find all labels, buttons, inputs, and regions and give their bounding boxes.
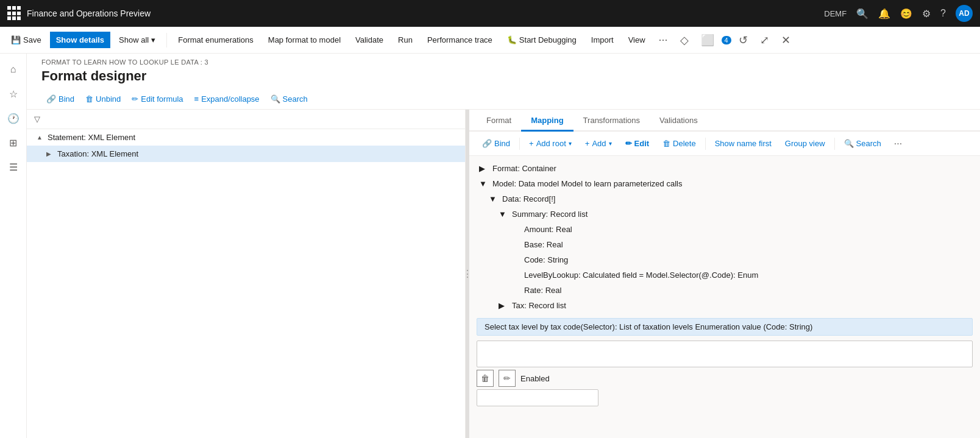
breadcrumb: FORMAT TO LEARN HOW TO LOOKUP LE DATA : … <box>41 58 965 66</box>
avatar[interactable]: AD <box>956 5 973 22</box>
expand-icon: ≡ <box>194 94 199 104</box>
enabled-input[interactable] <box>477 389 598 406</box>
mapping-toolbar: 🔗 Bind + Add root ▾ + Add ▾ <box>469 132 980 156</box>
model-tree-levelbylookup[interactable]: LevelByLookup: Calculated field = Model.… <box>469 267 980 283</box>
format-enumerations-button[interactable]: Format enumerations <box>172 32 260 48</box>
view-button[interactable]: View <box>622 32 652 48</box>
model-tree-rate[interactable]: Rate: Real <box>469 283 980 298</box>
bind-icon: 🔗 <box>46 94 56 104</box>
start-debugging-button[interactable]: 🐛 Start Debugging <box>501 32 583 48</box>
tree-item-label-statement: Statement: XML Element <box>48 133 135 142</box>
tab-mapping[interactable]: Mapping <box>521 110 573 132</box>
expand-data: ▼ <box>489 194 499 203</box>
nav-grid[interactable]: ⊞ <box>2 132 24 154</box>
search-button-right[interactable]: 🔍 Search <box>839 135 887 152</box>
nav-star[interactable]: ☆ <box>2 83 24 105</box>
bind-button[interactable]: 🔗 Bind <box>41 91 79 107</box>
model-tree-summary[interactable]: ▼ Summary: Record list <box>469 207 980 222</box>
model-tree-base[interactable]: Base: Real <box>469 237 980 252</box>
model-tree-model[interactable]: ▼ Model: Data model Model to learn param… <box>469 176 980 191</box>
tree-item-label-taxation: Taxation: XML Element <box>57 149 138 158</box>
nav-clock[interactable]: 🕐 <box>2 107 24 129</box>
model-tree-code[interactable]: Code: String <box>469 252 980 267</box>
add-icon: + <box>585 139 590 148</box>
diamond-icon[interactable]: ◇ <box>675 31 694 49</box>
add-root-button[interactable]: + Add root ▾ <box>524 135 577 152</box>
title-bar: Finance and Operations Preview DEMF 🔍 🔔 … <box>0 0 980 27</box>
map-sep-2 <box>705 138 706 150</box>
title-bar-right: DEMF 🔍 🔔 😊 ⚙ ? AD <box>824 5 973 22</box>
delete-icon: 🗑 <box>662 139 670 148</box>
model-tree-amount[interactable]: Amount: Real <box>469 222 980 237</box>
selected-mapping-text: Select tax level by tax code(Selector): … <box>485 322 812 331</box>
search-icon: 🔍 <box>271 94 280 104</box>
model-tree-data[interactable]: ▼ Data: Record[!] <box>469 191 980 207</box>
show-details-button[interactable]: Show details <box>50 32 110 48</box>
selected-mapping-item[interactable]: Select tax level by tax code(Selector): … <box>477 318 973 336</box>
expand-icon[interactable]: ⤢ <box>755 31 774 49</box>
close-icon[interactable]: ✕ <box>776 31 795 49</box>
map-sep-1 <box>519 138 520 150</box>
formula-bar[interactable] <box>477 341 973 367</box>
nav-list[interactable]: ☰ <box>2 156 24 178</box>
tree-item-taxation[interactable]: ▶ Taxation: XML Element <box>27 146 465 162</box>
edit-icon: ✏ <box>132 94 138 104</box>
mapping-content: ▶ Format: Container ▼ Model: Data model … <box>469 156 980 438</box>
add-button[interactable]: + Add ▾ <box>580 135 617 152</box>
page-title: Format designer <box>41 68 965 84</box>
separator-1 <box>166 33 167 48</box>
filter-bar: ▽ <box>27 110 465 129</box>
edit-enabled-button[interactable]: ✏ <box>499 370 516 387</box>
page-header: FORMAT TO LEARN HOW TO LOOKUP LE DATA : … <box>27 54 980 110</box>
left-toolbar: 🔗 Bind 🗑 Unbind ✏ Edit formula ≡ Expand/… <box>41 89 965 109</box>
map-bind-button[interactable]: 🔗 Bind <box>477 135 516 152</box>
map-format-to-model-button[interactable]: Map format to model <box>262 32 347 48</box>
search-icon[interactable]: 🔍 <box>856 8 868 19</box>
group-view-button[interactable]: Group view <box>779 135 831 152</box>
validate-button[interactable]: Validate <box>349 32 389 48</box>
settings-icon[interactable]: ⚙ <box>922 8 931 19</box>
refresh-icon[interactable]: ↺ <box>734 31 753 49</box>
environment-label: DEMF <box>824 9 847 18</box>
run-button[interactable]: Run <box>392 32 419 48</box>
delete-button[interactable]: 🗑 Delete <box>657 135 701 152</box>
tab-transformations[interactable]: Transformations <box>573 110 650 132</box>
more-mapping-options[interactable]: ··· <box>889 136 907 152</box>
enabled-label: Enabled <box>520 374 550 383</box>
edit-pencil-icon: ✏ <box>625 139 632 148</box>
tabs-row: Format Mapping Transformations Validatio… <box>469 110 980 132</box>
mapping-panel: Format Mapping Transformations Validatio… <box>469 110 980 438</box>
delete-enabled-button[interactable]: 🗑 <box>477 370 494 387</box>
edit-formula-button[interactable]: ✏ Edit formula <box>127 91 188 107</box>
panel-icon[interactable]: ⬜ <box>696 31 719 49</box>
enabled-input-container <box>477 389 973 406</box>
performance-trace-button[interactable]: Performance trace <box>421 32 499 48</box>
model-tree-format[interactable]: ▶ Format: Container <box>469 161 980 176</box>
search-button-left[interactable]: 🔍 Search <box>266 91 313 107</box>
show-name-first-button[interactable]: Show name first <box>709 135 777 152</box>
waffle-menu[interactable] <box>7 6 22 21</box>
save-icon: 💾 <box>11 35 21 44</box>
model-tree-tax[interactable]: ▶ Tax: Record list <box>469 298 980 313</box>
filter-icon[interactable]: ▽ <box>34 115 40 124</box>
more-options[interactable]: ··· <box>654 31 673 49</box>
enabled-row: 🗑 ✏ Enabled <box>477 370 973 387</box>
expand-icon-taxation: ▶ <box>46 150 54 157</box>
badge-count: 4 <box>722 36 731 44</box>
bell-icon[interactable]: 🔔 <box>878 8 890 19</box>
save-button[interactable]: 💾 Save <box>5 32 48 48</box>
tab-validations[interactable]: Validations <box>650 110 708 132</box>
expand-collapse-button[interactable]: ≡ Expand/collapse <box>190 91 265 107</box>
help-icon[interactable]: ? <box>940 8 946 19</box>
expand-summary: ▼ <box>499 210 508 219</box>
edit-button[interactable]: ✏ Edit <box>620 135 655 152</box>
app-title: Finance and Operations Preview <box>27 9 819 18</box>
tree-item-statement[interactable]: ▲ Statement: XML Element <box>27 129 465 146</box>
show-all-button[interactable]: Show all ▾ <box>113 32 162 48</box>
import-button[interactable]: Import <box>585 32 620 48</box>
user-icon[interactable]: 😊 <box>900 8 912 19</box>
unbind-button[interactable]: 🗑 Unbind <box>80 91 126 107</box>
map-sep-3 <box>834 138 835 150</box>
tab-format[interactable]: Format <box>477 110 521 132</box>
nav-home[interactable]: ⌂ <box>2 58 24 80</box>
